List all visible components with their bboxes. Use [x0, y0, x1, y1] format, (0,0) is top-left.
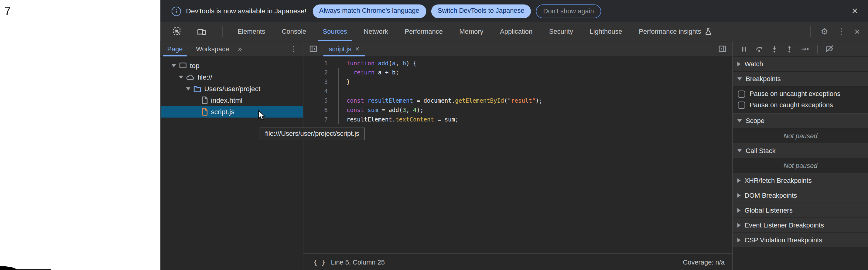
infobar-button-don-t-show-again[interactable]: Don't show again [536, 4, 601, 18]
expand-arrow-icon[interactable] [737, 119, 742, 123]
pretty-print-icon[interactable]: { } [313, 258, 326, 266]
tab-label: Sources [323, 28, 347, 35]
frame-icon [179, 61, 187, 69]
tab-network[interactable]: Network [355, 22, 396, 41]
step-icon[interactable] [799, 45, 811, 53]
tree-item-label: index.html [211, 96, 242, 104]
tree-item-script.js[interactable]: script.js [161, 106, 303, 118]
flask-icon [705, 28, 712, 35]
expand-arrow-icon[interactable] [737, 149, 742, 152]
file-html-icon [201, 96, 208, 104]
tab-console[interactable]: Console [273, 22, 314, 41]
close-devtools-icon[interactable]: ✕ [851, 27, 864, 35]
tree-item-label: Users/user/project [205, 85, 260, 92]
tab-memory[interactable]: Memory [451, 22, 492, 41]
editor-tab-scriptjs[interactable]: script.js × [323, 41, 365, 56]
more-tabs-icon[interactable]: » [236, 41, 244, 56]
step-out-icon[interactable] [784, 45, 795, 53]
tab-performance-insights[interactable]: Performance insights [630, 22, 720, 41]
section-label: Global Listeners [745, 207, 793, 214]
step-into-icon[interactable] [769, 45, 780, 53]
code-text: const resultElement = document.getElemen… [334, 96, 542, 106]
toolbar-separator [817, 44, 817, 53]
expand-arrow-icon[interactable] [172, 64, 176, 67]
editor-tab-label: script.js [329, 45, 351, 53]
inspect-element-icon[interactable] [169, 27, 186, 36]
step-over-icon[interactable] [753, 45, 765, 53]
tree-item-index.html[interactable]: index.html [161, 94, 303, 106]
checkbox-row[interactable]: Pause on uncaught exceptions [733, 88, 868, 99]
tree-item-label: top [190, 62, 199, 69]
expand-arrow-icon[interactable] [737, 62, 741, 66]
tab-performance[interactable]: Performance [396, 22, 451, 41]
file-path-tooltip: file:///Users/user/project/script.js [260, 127, 365, 140]
expand-arrow-icon[interactable] [737, 78, 742, 81]
debugger-pane: WatchBreakpointsPause on uncaught except… [732, 41, 868, 270]
section-label: XHR/fetch Breakpoints [745, 177, 812, 184]
tab-elements[interactable]: Elements [229, 22, 274, 41]
checkbox-row[interactable]: Pause on caught exceptions [733, 99, 868, 110]
tab-page[interactable]: Page [161, 41, 189, 56]
expand-arrow-icon[interactable] [179, 75, 183, 79]
tree-item-users-user-project[interactable]: Users/user/project [161, 83, 303, 94]
code-text: const sum = add(3, 4); [334, 106, 424, 115]
tab-label: Console [282, 28, 306, 35]
bottom-left-artifact [0, 266, 17, 270]
debugger-toolbar [733, 41, 868, 57]
navigator-tabbar: Page Workspace » ⋮ [161, 41, 303, 57]
close-tab-icon[interactable]: × [355, 44, 360, 53]
tab-lighthouse[interactable]: Lighthouse [581, 22, 630, 41]
expand-arrow-icon[interactable] [737, 208, 741, 213]
tree-item-file-[interactable]: file:// [161, 71, 303, 83]
section-header-call-stack[interactable]: Call Stack [733, 144, 868, 158]
tab-application[interactable]: Application [492, 22, 541, 41]
section-header-watch[interactable]: Watch [733, 57, 868, 72]
settings-gear-icon[interactable]: ⚙ [817, 26, 831, 36]
section-header-scope[interactable]: Scope [733, 114, 868, 129]
checkbox-unchecked[interactable] [738, 101, 745, 109]
more-options-icon[interactable]: ⋮ [834, 26, 848, 36]
checkbox-unchecked[interactable] [738, 90, 745, 97]
section-header-event-listener-breakpoints[interactable]: Event Listener Breakpoints [733, 218, 868, 233]
infobar-button-switch-devtools-to-japanese[interactable]: Switch DevTools to Japanese [431, 4, 531, 18]
expand-arrow-icon[interactable] [737, 178, 741, 183]
line-number[interactable]: 2 [303, 68, 334, 78]
show-debugger-sidebar-icon[interactable] [713, 41, 733, 56]
device-toolbar-icon[interactable] [193, 27, 210, 35]
section-content-call-stack: Not paused [733, 158, 868, 173]
infobar-button-always-match-chrome-s-language[interactable]: Always match Chrome's language [312, 4, 426, 18]
expand-arrow-icon[interactable] [186, 87, 190, 90]
expand-arrow-icon[interactable] [737, 238, 741, 243]
code-editor[interactable]: 1function add(a, b) {2 return a + b;3}45… [303, 57, 733, 253]
section-header-csp-violation-breakpoints[interactable]: CSP Violation Breakpoints [733, 233, 868, 248]
language-infobar: i DevTools is now available in Japanese!… [161, 0, 868, 22]
pause-icon[interactable] [738, 45, 749, 53]
section-header-global-listeners[interactable]: Global Listeners [733, 203, 868, 218]
navigator-more-icon[interactable]: ⋮ [285, 41, 303, 56]
tab-security[interactable]: Security [541, 22, 582, 41]
tab-sources[interactable]: Sources [314, 22, 355, 41]
editor-tabbar: script.js × [303, 41, 733, 57]
toolbar-separator [810, 26, 811, 37]
line-number[interactable]: 3 [303, 78, 334, 87]
tree-item-top[interactable]: top [161, 60, 303, 71]
line-number[interactable]: 7 [303, 115, 334, 124]
expand-arrow-icon[interactable] [737, 193, 741, 198]
expand-arrow-icon[interactable] [737, 223, 741, 228]
deactivate-breakpoints-icon[interactable] [824, 44, 836, 53]
line-number[interactable]: 5 [303, 96, 334, 106]
section-header-dom-breakpoints[interactable]: DOM Breakpoints [733, 188, 868, 203]
line-number[interactable]: 1 [303, 59, 334, 68]
debugger-empty-space [733, 248, 868, 270]
line-number[interactable]: 4 [303, 87, 334, 96]
section-label: Watch [745, 60, 763, 68]
tab-workspace[interactable]: Workspace [189, 41, 236, 56]
code-line: 4 [303, 87, 733, 96]
line-number[interactable]: 6 [303, 106, 334, 115]
tab-label: Security [549, 28, 573, 35]
section-header-breakpoints[interactable]: Breakpoints [733, 72, 868, 87]
infobar-close-icon[interactable]: ✕ [849, 7, 860, 16]
hide-navigator-icon[interactable] [303, 41, 323, 56]
section-header-xhr-fetch-breakpoints[interactable]: XHR/fetch Breakpoints [733, 173, 868, 188]
infobar-message: DevTools is now available in Japanese! [186, 7, 306, 15]
